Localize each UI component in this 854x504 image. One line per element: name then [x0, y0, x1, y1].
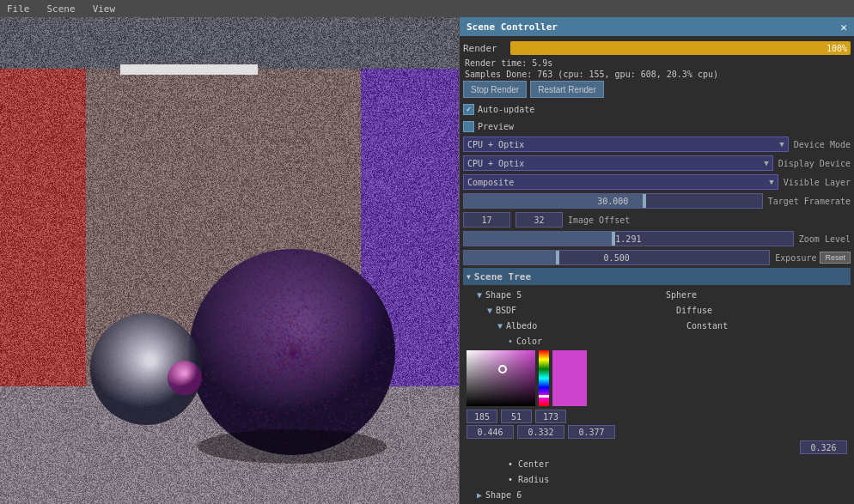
- color-float-r[interactable]: 0.446: [467, 425, 514, 439]
- shape6-arrow: ▶: [477, 490, 482, 500]
- tree-item-bsdf-left: ▼ BSDF: [487, 306, 676, 315]
- image-offset-label: Image Offset: [568, 216, 630, 225]
- device-mode-label: Device Mode: [794, 140, 851, 149]
- panel-close-button[interactable]: ✕: [840, 21, 847, 33]
- hue-slider[interactable]: [539, 350, 549, 406]
- shape6-text: Shape 6: [485, 490, 522, 500]
- preview-checkbox[interactable]: [463, 121, 474, 132]
- zoom-level-value: 1.291: [464, 234, 793, 244]
- albedo-type: Constant: [686, 321, 728, 331]
- menu-scene[interactable]: Scene: [44, 2, 79, 16]
- exposure-label: Exposure: [775, 253, 816, 263]
- panel-content: Render 100% Render time: 5.9s Samples Do…: [460, 36, 854, 504]
- exposure-slider[interactable]: 0.500: [463, 250, 770, 265]
- visible-layer-label: Visible Layer: [784, 178, 851, 187]
- color-float-a[interactable]: 0.326: [800, 440, 847, 454]
- tree-item-color[interactable]: • Color: [463, 333, 851, 349]
- scene-tree-title: Scene Tree: [474, 271, 531, 282]
- color-circle-handle[interactable]: [498, 365, 507, 373]
- render-label: Render: [463, 43, 510, 54]
- exposure-value: 0.500: [464, 253, 769, 263]
- shape5-type: Sphere: [666, 290, 697, 300]
- color-float-values: 0.446 0.332 0.377: [467, 425, 847, 439]
- zoom-level-row: 1.291 Zoom Level: [463, 230, 851, 247]
- tree-item-shape5-left: ▼ Shape 5: [477, 290, 666, 300]
- target-framerate-value: 30.000: [464, 197, 762, 206]
- color-float-g[interactable]: 0.332: [517, 425, 564, 439]
- bsdf-type: Diffuse: [676, 306, 712, 315]
- bsdf-arrow: ▼: [487, 306, 492, 315]
- device-mode-row: CPU + Optix ▼ Device Mode: [463, 136, 851, 153]
- albedo-arrow: ▼: [497, 321, 503, 331]
- render-viewport: [0, 17, 459, 504]
- color-gradient[interactable]: [467, 350, 535, 406]
- color-rgb-values: 185 51 173: [467, 410, 847, 423]
- render-progress-fill: [510, 41, 851, 55]
- image-offset-y[interactable]: 32: [515, 212, 563, 228]
- render-buttons: Stop Render Restart Render: [463, 81, 851, 98]
- visible-layer-arrow: ▼: [769, 178, 773, 186]
- display-device-select[interactable]: CPU + Optix ▼: [463, 155, 773, 171]
- visible-layer-select[interactable]: Composite ▼: [463, 174, 778, 190]
- center-text: • Center: [508, 459, 549, 469]
- zoom-level-slider[interactable]: 1.291: [463, 231, 794, 246]
- tree-item-albedo[interactable]: ▼ Albedo Constant: [463, 318, 851, 333]
- display-device-arrow: ▼: [764, 159, 768, 167]
- image-offset-row: 17 32 Image Offset: [463, 211, 851, 228]
- auto-update-checkbox[interactable]: [463, 104, 474, 115]
- scene-tree-header[interactable]: Scene Tree: [463, 268, 851, 285]
- render-canvas: [0, 17, 459, 504]
- color-picker-main: [467, 350, 847, 406]
- tree-item-shape6-left: ▶ Shape 6: [477, 490, 666, 500]
- color-float-row2: 0.326: [467, 440, 847, 454]
- device-mode-arrow: ▼: [779, 140, 784, 149]
- stop-render-button[interactable]: Stop Render: [463, 81, 527, 98]
- albedo-text: Albedo: [506, 321, 537, 331]
- preview-row: Preview: [463, 118, 851, 134]
- menu-view[interactable]: View: [89, 2, 119, 16]
- display-device-value: CPU + Optix: [467, 159, 524, 168]
- tree-item-color-left: • Color: [508, 337, 697, 346]
- menu-file[interactable]: File: [3, 2, 34, 16]
- render-progress-text: 100%: [827, 44, 847, 53]
- image-offset-x[interactable]: 17: [463, 212, 510, 228]
- panel-title: Scene Controller: [467, 21, 558, 33]
- color-b-value[interactable]: 173: [535, 410, 566, 423]
- panel-header: Scene Controller ✕: [460, 17, 854, 36]
- device-mode-select[interactable]: CPU + Optix ▼: [463, 137, 789, 152]
- restart-render-button[interactable]: Restart Render: [530, 81, 604, 98]
- color-r-value[interactable]: 185: [467, 410, 497, 423]
- visible-layer-row: Composite ▼ Visible Layer: [463, 173, 851, 191]
- exposure-row: 0.500 Exposure Reset: [463, 249, 851, 266]
- target-framerate-row: 30.000 Target Framerate: [463, 192, 851, 209]
- scene-tree-arrow: [467, 272, 471, 281]
- visible-layer-value: Composite: [467, 178, 514, 187]
- preview-label: Preview: [478, 122, 514, 131]
- color-dot: •: [508, 337, 513, 346]
- color-float-b[interactable]: 0.377: [568, 425, 615, 439]
- tree-item-center[interactable]: • Center: [463, 456, 851, 471]
- tree-item-shape5[interactable]: ▼ Shape 5 Sphere: [463, 287, 851, 302]
- menubar: File Scene View: [0, 0, 854, 17]
- shape5-arrow: ▼: [477, 290, 482, 300]
- hue-handle: [539, 395, 549, 398]
- target-framerate-slider[interactable]: 30.000: [463, 193, 763, 209]
- radius-text: • Radius: [508, 475, 549, 484]
- tree-item-radius[interactable]: • Radius: [463, 471, 851, 487]
- render-time: Render time: 5.9s: [463, 58, 851, 68]
- zoom-level-label: Zoom Level: [799, 234, 851, 244]
- render-progress-bar: 100%: [510, 41, 851, 55]
- scene-controller-panel: Scene Controller ✕ Render 100% Render ti…: [459, 17, 854, 504]
- display-device-label: Display Device: [778, 159, 851, 168]
- tree-item-albedo-left: ▼ Albedo: [497, 321, 686, 331]
- tree-item-bsdf[interactable]: ▼ BSDF Diffuse: [463, 302, 851, 318]
- device-mode-value: CPU + Optix: [467, 140, 524, 149]
- tree-item-shape6[interactable]: ▶ Shape 6: [463, 487, 851, 502]
- bsdf-text: BSDF: [496, 306, 516, 315]
- color-g-value[interactable]: 51: [501, 410, 532, 423]
- display-device-row: CPU + Optix ▼ Display Device: [463, 155, 851, 172]
- render-samples: Samples Done: 763 (cpu: 155, gpu: 608, 2…: [463, 70, 851, 79]
- auto-update-row: Auto-update: [463, 101, 851, 117]
- target-framerate-label: Target Framerate: [768, 197, 851, 206]
- exposure-reset-button[interactable]: Reset: [820, 252, 851, 264]
